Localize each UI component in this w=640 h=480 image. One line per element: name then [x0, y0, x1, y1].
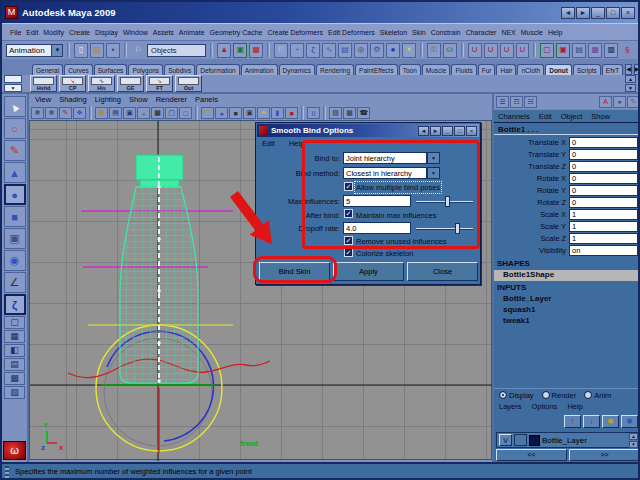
default-light-icon[interactable]: ☀: [257, 107, 270, 119]
safe-action-icon[interactable]: ▢: [165, 107, 178, 119]
shelf-tab-donut[interactable]: Donut: [545, 64, 572, 75]
textures-icon[interactable]: ■: [285, 107, 298, 119]
shelf-tab-polygons[interactable]: Polygons: [128, 64, 163, 75]
dialog-minimize-button[interactable]: _: [442, 126, 453, 136]
snap-planes-icon[interactable]: ∿: [322, 43, 336, 58]
shelf-tab-ncloth[interactable]: nCloth: [517, 64, 544, 75]
hypershade-icon[interactable]: ▩: [604, 43, 618, 58]
window-extra-button2[interactable]: ►: [576, 7, 590, 19]
le-menu-options[interactable]: Options: [532, 402, 558, 414]
shelf-tab-surfaces[interactable]: Surfaces: [94, 64, 128, 75]
select-hierarchy-icon[interactable]: ▲: [217, 43, 231, 58]
le-menu-help[interactable]: Help: [567, 402, 582, 414]
panel-menu-shading[interactable]: Shading: [59, 95, 87, 106]
menu-help[interactable]: Help: [548, 29, 562, 36]
layer-visibility-toggle[interactable]: V: [499, 434, 512, 446]
make-live-icon[interactable]: ▤: [338, 43, 352, 58]
new-layer-selected-icon[interactable]: ✱: [621, 415, 638, 428]
layer-color-swatch[interactable]: [529, 435, 540, 446]
dialog-extra-button2[interactable]: ►: [430, 126, 441, 136]
menu-nex[interactable]: NEX: [501, 29, 515, 36]
dialog-close-button[interactable]: ×: [466, 126, 477, 136]
toolbar-separator[interactable]: [67, 43, 70, 57]
shelf-item-his[interactable]: ∿ His: [88, 75, 115, 92]
field-chart-icon[interactable]: ▩: [151, 107, 164, 119]
radio-display[interactable]: Display: [499, 391, 534, 400]
render-settings-icon[interactable]: ▤: [572, 43, 586, 58]
paint-select-tool[interactable]: ✎: [4, 140, 26, 161]
chain-icon[interactable]: §: [620, 43, 634, 58]
selection-mask-dropdown[interactable]: Objects: [147, 44, 206, 57]
layout-four-pane-button[interactable]: ▦: [4, 330, 25, 343]
measure-tool[interactable]: ∠: [4, 272, 26, 293]
layout-persp-outliner-button[interactable]: ▤: [4, 358, 25, 371]
paint-settings-icon[interactable]: ▦: [588, 43, 602, 58]
menu-geometry-cache[interactable]: Geometry Cache: [210, 29, 263, 36]
toolbar-separator[interactable]: [461, 43, 464, 57]
attr-value-field[interactable]: 0: [569, 185, 638, 196]
apply-button[interactable]: Apply: [333, 262, 404, 281]
shelf-tab-animation[interactable]: Animation: [241, 64, 278, 75]
attr-value-field[interactable]: 0: [569, 173, 638, 184]
panel-menu-show[interactable]: Show: [129, 95, 148, 106]
attr-value-field[interactable]: 0: [569, 137, 638, 148]
list-view-icon[interactable]: ☰: [496, 96, 509, 108]
new-empty-layer-icon[interactable]: ✱: [602, 415, 619, 428]
toolbar-separator[interactable]: [124, 43, 127, 57]
scroll-up-icon[interactable]: ▲: [629, 433, 638, 440]
shelf-item-out[interactable]: Out: [175, 75, 202, 92]
shelf-item-hshd[interactable]: Hshd: [30, 75, 57, 92]
grid-toggle-icon[interactable]: ▦: [95, 107, 108, 119]
snap-grids-icon[interactable]: ⚐: [274, 43, 288, 58]
dialog-extra-button[interactable]: ◄: [418, 126, 429, 136]
bookmark-icon[interactable]: ❄: [45, 107, 58, 119]
shelf-tab-painteffects[interactable]: PaintEffects: [355, 64, 398, 75]
list-detail-icon[interactable]: ☶: [510, 96, 523, 108]
shelf-tab-scroll-left-icon[interactable]: ◀: [625, 64, 632, 75]
menu-create-deformers[interactable]: Create Deformers: [267, 29, 323, 36]
toolbar-separator[interactable]: [533, 43, 536, 57]
toolbar-separator[interactable]: [420, 43, 423, 57]
joint-tool[interactable]: ζ: [4, 294, 26, 315]
menu-muscle[interactable]: Muscle: [521, 29, 543, 36]
scroll-down-icon[interactable]: ▼: [625, 84, 636, 92]
unlock-icon[interactable]: ⛀: [443, 43, 457, 58]
menu-character[interactable]: Character: [466, 29, 497, 36]
shelf-tab-scroll-right-icon[interactable]: ▶: [634, 64, 638, 75]
layer-playback-toggle[interactable]: [514, 434, 527, 446]
layout-two-pane-button[interactable]: ◧: [4, 344, 25, 357]
camera-attrs-icon[interactable]: ❄: [31, 107, 44, 119]
save-scene-icon[interactable]: ▪: [106, 43, 120, 58]
window-extra-button[interactable]: ◄: [561, 7, 575, 19]
panel-menu-view[interactable]: View: [35, 95, 51, 106]
move-tool[interactable]: ▲: [4, 162, 26, 183]
list-compact-icon[interactable]: ☵: [524, 96, 537, 108]
scroll-up-icon[interactable]: ▲: [625, 75, 636, 83]
shelf-item-cp[interactable]: ↘ CP: [59, 75, 86, 92]
toolbar-separator[interactable]: [267, 43, 270, 57]
lock-icon[interactable]: ⚿: [427, 43, 441, 58]
film-gate-icon[interactable]: ▤: [109, 107, 122, 119]
help-line-grip[interactable]: [5, 466, 9, 478]
attr-value-field[interactable]: 0: [569, 197, 638, 208]
dialog-maximize-button[interactable]: □: [454, 126, 465, 136]
magnet-point-icon[interactable]: U: [500, 43, 514, 58]
close-button[interactable]: ×: [621, 7, 635, 19]
render-current-icon[interactable]: ▢: [540, 43, 554, 58]
menu-constrain[interactable]: Constrain: [431, 29, 461, 36]
attribute-editor-icon[interactable]: A: [599, 96, 612, 108]
attr-value-field[interactable]: 1: [569, 221, 638, 232]
image-plane-icon[interactable]: ✎: [59, 107, 72, 119]
shadows-icon[interactable]: ▮: [271, 107, 284, 119]
panel-menu-lighting[interactable]: Lighting: [95, 95, 121, 106]
ipr-render-icon[interactable]: ▣: [556, 43, 570, 58]
node-name-header[interactable]: Bottle1 . . .: [494, 122, 640, 135]
shelf-tab-muscle[interactable]: Muscle: [422, 64, 451, 75]
layer-name[interactable]: Bottle_Layer: [542, 436, 587, 445]
shelf-tab-rendering[interactable]: Rendering: [316, 64, 354, 75]
input-node-item[interactable]: squash1: [494, 305, 640, 314]
menu-edit[interactable]: Edit: [26, 29, 38, 36]
menu-file[interactable]: File: [10, 29, 21, 36]
shelf-tab-dynamics[interactable]: Dynamics: [279, 64, 316, 75]
shelf-tab-deformation[interactable]: Deformation: [196, 64, 239, 75]
